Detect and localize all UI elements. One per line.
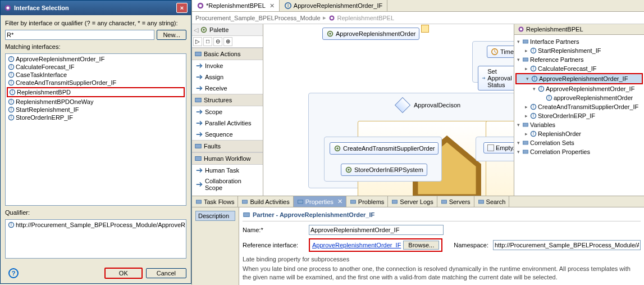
palette-item[interactable]: Collaboration Scope [192,176,263,193]
browse-button[interactable]: Browse... [403,241,439,250]
list-item[interactable]: CaseTaskInterface [7,71,185,79]
palette-panel: ◁ Palette ▷□⊖⊕ Basic ActionsInvokeAssign… [192,24,263,196]
palette-category[interactable]: Basic Actions [192,48,263,60]
crumb-root[interactable]: Procurement_Sample_BPELProcess_Module [195,15,321,21]
name-label: Name:* [243,227,304,233]
filter-input[interactable] [5,30,154,40]
dialog-title: Interface Selection [14,4,69,11]
bottom-tab-search[interactable]: Search [474,196,510,207]
marker-icon [421,25,429,33]
assign-icon [482,74,486,82]
qualifier-value: http://Procurement_Sample_BPELProcess_Mo… [16,221,185,228]
props-side-description[interactable]: Description [195,211,235,221]
props-side: Description [192,207,239,285]
new-button[interactable]: New... [157,30,186,40]
matching-listbox[interactable]: ApproveReplenishmentOrder_IFCalculateFor… [5,53,186,206]
palette-item[interactable]: Receive [192,83,263,94]
outline-tab[interactable]: ReplenishmentBPEL [514,24,644,35]
palette-item[interactable]: Parallel Activities [192,117,263,129]
late-heading: Late binding property for subprocesses [243,255,641,264]
ref-interface-link[interactable]: ApproveReplenishmentOrder_IF [312,242,401,248]
bpel-canvas[interactable]: ApproveReplenishmentOrder Timeout Set Ap… [263,24,514,196]
palette-tools[interactable]: ▷□⊖⊕ [192,36,263,48]
tab-replenishment-bpel[interactable]: *ReplenishmentBPEL ✕ [192,0,280,11]
tree-item[interactable]: ▸CreateAndTransmitSupplierOrder_IF [515,102,643,111]
ide-area: *ReplenishmentBPEL ✕ ApproveReplenishmen… [191,0,644,285]
tree-item[interactable]: ▾ApproveReplenishmentOrder_IF [515,73,643,84]
tab-label: *ReplenishmentBPEL [206,2,266,9]
node-set-approval[interactable]: Set Approval Status [478,66,514,91]
node-approve-order[interactable]: ApproveReplenishmentOrder [322,28,419,40]
ns-label: Namespace: [454,242,488,248]
tree-item[interactable]: ▾ApproveReplenishmentOrder_IF [515,84,643,93]
bottom-tab-properties[interactable]: Properties✕ [294,196,346,207]
node-create-transmit[interactable]: CreateAndTransmitSupplierOrder [330,142,439,155]
palette-item[interactable]: Human Task [192,165,263,176]
crumb-leaf[interactable]: ReplenishmentBPEL [337,15,395,21]
tree-item[interactable]: ▸CalculateForecast_IF [515,64,643,73]
qualifier-label: Qualifier: [5,209,186,216]
partner-icon [243,211,250,219]
name-input[interactable] [309,225,444,235]
list-item[interactable]: ReplenishmentBPDOneWay [7,98,185,106]
list-item[interactable]: ApproveReplenishmentOrder_IF [7,55,185,63]
close-icon[interactable]: × [176,3,188,13]
palette-item[interactable]: Sequence [192,129,263,140]
palette-item[interactable]: Assign [192,71,263,83]
tree-item[interactable]: ▾Variables [515,120,643,129]
node-store-erp[interactable]: StoreOrderInERPSystem [341,164,427,176]
bpel-icon [328,15,335,21]
palette-category[interactable]: Human Workflow [192,152,263,165]
palette-item[interactable]: Scope [192,106,263,117]
tree-item[interactable]: ▾Correlation Properties [515,147,643,156]
ref-label: Reference interface: [243,242,304,248]
list-item[interactable]: StoreOrderInERP_IF [7,114,185,121]
breadcrumb: Procurement_Sample_BPELProcess_Module ▸ … [192,12,644,24]
palette-category[interactable]: Faults [192,140,263,152]
outline-tree[interactable]: ▾Interface Partners▸StartReplenishment_I… [514,35,644,196]
bottom-tab-task-flows[interactable]: Task Flows [192,196,238,207]
properties-view: Description Partner - ApproveReplenishme… [192,207,644,285]
palette-header[interactable]: ◁ Palette [192,24,263,36]
list-item[interactable]: StartReplenishment_IF [7,106,185,114]
gear-icon [345,166,353,174]
tree-item[interactable]: approveReplenishmentOrder [515,93,643,102]
clock-icon [491,48,499,56]
node-decision[interactable]: ApprovalDecison [397,99,460,111]
cancel-button[interactable]: Cancel [146,268,186,278]
bottom-tab-problems[interactable]: Problems [346,196,388,207]
node-empty-action[interactable]: EmptyAction [483,142,514,153]
bottom-tab-build-activities[interactable]: Build Activities [238,196,293,207]
outline-tab-label: ReplenishmentBPEL [526,26,583,33]
list-item[interactable]: CalculateForecast_IF [7,63,185,71]
tree-item[interactable]: ▸ReplenishOrder [515,129,643,138]
editor-tabs: *ReplenishmentBPEL ✕ ApproveReplenishmen… [192,0,644,12]
bpel-icon [518,26,524,33]
list-item[interactable]: CreateAndTransmitSupplierOrder_IF [7,79,185,87]
empty-icon [487,144,494,151]
dialog-titlebar[interactable]: Interface Selection × [1,1,191,15]
palette-icon [200,26,208,34]
close-tab-icon[interactable]: ✕ [270,2,275,10]
matching-label: Matching interfaces: [5,43,186,50]
iface-icon [284,2,292,10]
ns-input[interactable] [493,240,641,250]
palette-item[interactable]: Invoke [192,60,263,71]
late-body: When you late bind one process to anothe… [243,265,641,282]
tree-item[interactable]: ▸StoreOrderInERP_IF [515,111,643,120]
tab-approve-if[interactable]: ApproveReplenishmentOrder_IF [280,0,387,11]
bpel-icon [197,2,204,10]
ok-button[interactable]: OK [104,268,143,279]
palette-category[interactable]: Structures [192,94,263,106]
help-icon[interactable]: ? [8,268,19,278]
list-item[interactable]: ReplenishmentBPD [7,87,185,97]
tree-item[interactable]: ▸StartReplenishment_IF [515,46,643,55]
bottom-tab-servers[interactable]: Servers [437,196,474,207]
node-timeout[interactable]: Timeout [487,46,514,58]
tree-item[interactable]: ▾Interface Partners [515,37,643,46]
tree-item[interactable]: ▾Reference Partners [515,55,643,64]
bottom-tab-server-logs[interactable]: Server Logs [388,196,437,207]
interface-selection-dialog: Interface Selection × Filter by interfac… [0,0,191,284]
tree-item[interactable]: ▾Correlation Sets [515,138,643,147]
filter-label: Filter by interface or qualifier (? = an… [5,20,186,26]
